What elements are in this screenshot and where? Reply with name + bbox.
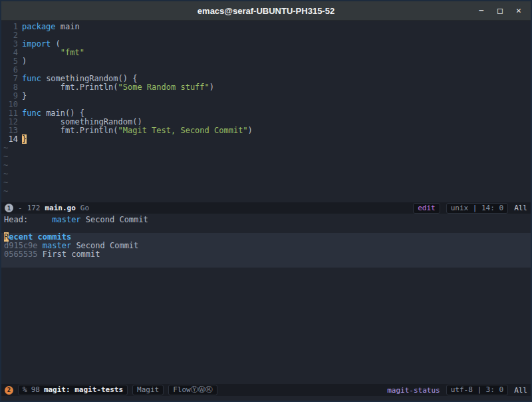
code-line: 5) [1, 57, 531, 66]
head-branch: master [52, 215, 80, 224]
magit-status-buffer[interactable]: Head: master Second Commit Recent commit… [1, 214, 531, 384]
code-line: 8 fmt.Println("Some Random stuff") [1, 83, 531, 92]
minimize-icon[interactable]: − [476, 1, 487, 20]
head-spacing [28, 215, 52, 224]
code-segment: somethingRandom [41, 74, 118, 83]
commit-list: d915c9e master Second Commit0565535 Firs… [1, 242, 531, 259]
code-segment: import [22, 39, 51, 49]
code-segment: "Some Random stuff" [118, 83, 209, 92]
code-text: "fmt" [22, 49, 84, 57]
code-text: package main [22, 23, 80, 31]
blank-line [1, 259, 531, 268]
scroll-position: All [514, 386, 527, 395]
editor-state: edit [413, 203, 440, 214]
head-label: Head: [4, 215, 28, 224]
code-line: 14} [1, 135, 531, 144]
code-segment: main [56, 22, 80, 31]
buffer-name: main.go [45, 204, 76, 212]
modeline-bottom-right: magit-status utf-8 | 3: 0 All [387, 385, 527, 395]
echo-area-minibuffer[interactable] [1, 396, 531, 401]
scroll-position: All [514, 204, 527, 212]
modeline-bottom[interactable]: 2 % 98 magit: magit-tests Magit FlowⓎⓌⓀ … [1, 384, 531, 396]
code-line: 1package main [1, 23, 531, 31]
empty-line-tilde: ~ [1, 170, 531, 178]
code-segment: main [41, 108, 65, 118]
recent-commits-section: Recent commits d915c9e master Second Com… [1, 233, 531, 268]
code-segment [22, 48, 61, 57]
code-segment: ) [248, 126, 253, 135]
code-line: 13 fmt.Println("Magit Test, Second Commi… [1, 126, 531, 135]
window-controls: − □ × [476, 1, 524, 20]
code-segment: ) [209, 83, 214, 92]
empty-line-tilde: ~ [1, 144, 531, 152]
code-segment: ( [113, 126, 118, 135]
major-mode: Magit [132, 385, 164, 395]
commit-message: Second Commit [71, 241, 138, 250]
buffer-size: 172 [27, 204, 41, 212]
code-buffer-main-go[interactable]: 1package main23import (4 "fmt"5)67func s… [1, 21, 531, 202]
encoding-position: unix | 14: 0 [446, 203, 508, 214]
code-line: 2 [1, 31, 531, 40]
code-text: fmt.Println("Some Random stuff") [22, 83, 214, 92]
code-lines: 1package main23import (4 "fmt"5)67func s… [1, 23, 531, 144]
branch-label: master [38, 241, 72, 250]
code-text: } [22, 92, 27, 100]
window-number-badge: 1 [5, 204, 13, 212]
code-segment: somethingRandom() [22, 117, 142, 126]
code-line: 4 "fmt" [1, 49, 531, 57]
code-text: } [22, 135, 27, 144]
minor-modes: FlowⓎⓌⓀ [168, 385, 217, 395]
code-segment: fmt. [22, 126, 80, 135]
modeline-top-right: edit unix | 14: 0 All [413, 203, 527, 214]
section-heading: ecent commits [9, 232, 71, 242]
code-segment: func [22, 74, 41, 83]
code-segment: fmt. [22, 83, 80, 92]
empty-line-markers: ~~~~~~ [1, 144, 531, 196]
code-line: 9} [1, 92, 531, 100]
which-function: magit-status [387, 386, 440, 395]
close-icon[interactable]: × [513, 1, 524, 20]
magit-head-line[interactable]: Head: master Second Commit [1, 216, 531, 224]
empty-line-tilde: ~ [1, 152, 531, 161]
window-title: emacs@seraf-UBUNTU-PH315-52 [198, 6, 334, 16]
code-segment: func [22, 108, 41, 118]
code-segment: package [22, 22, 56, 31]
commit-line[interactable]: 0565535 First commit [1, 250, 531, 259]
modified-indicator: - [18, 204, 23, 212]
major-mode: Go [80, 204, 89, 212]
code-segment: () { [118, 74, 138, 83]
code-segment: Println [80, 83, 114, 92]
buffer-name: magit: magit-tests [44, 386, 123, 394]
titlebar[interactable]: emacs@seraf-UBUNTU-PH315-52 − □ × [1, 1, 531, 21]
encoding-position: utf-8 | 3: 0 [446, 385, 508, 395]
modified-indicator: % [23, 386, 27, 394]
code-segment: () { [65, 108, 84, 118]
code-segment: } [22, 91, 27, 100]
window-number-badge: 2 [5, 386, 13, 395]
commit-message: First commit [38, 250, 100, 259]
blank-line [1, 224, 531, 233]
commit-hash: d915c9e [4, 241, 38, 250]
modeline-top[interactable]: 1 - 172 main.go Go edit unix | 14: 0 All [1, 202, 531, 214]
empty-line-tilde: ~ [1, 178, 531, 187]
code-text: ) [22, 57, 27, 66]
code-segment: "Magit Test, Second Commit" [118, 126, 248, 135]
code-text: fmt.Println("Magit Test, Second Commit") [22, 126, 253, 135]
code-segment: "fmt" [61, 48, 84, 57]
code-segment: Println [80, 126, 114, 135]
buffer-size: 98 [31, 386, 40, 394]
buffer-info-box: % 98 magit: magit-tests [18, 385, 128, 395]
empty-line-tilde: ~ [1, 187, 531, 196]
emacs-frame: emacs@seraf-UBUNTU-PH315-52 − □ × 1packa… [0, 0, 532, 402]
head-message: Second Commit [81, 215, 148, 224]
text-cursor: } [22, 134, 27, 144]
code-segment: ( [113, 83, 118, 92]
code-segment: ( [51, 39, 60, 49]
code-segment: ) [22, 57, 27, 66]
commit-hash: 0565535 [4, 250, 38, 259]
empty-line-tilde: ~ [1, 161, 531, 170]
maximize-icon[interactable]: □ [495, 1, 505, 20]
